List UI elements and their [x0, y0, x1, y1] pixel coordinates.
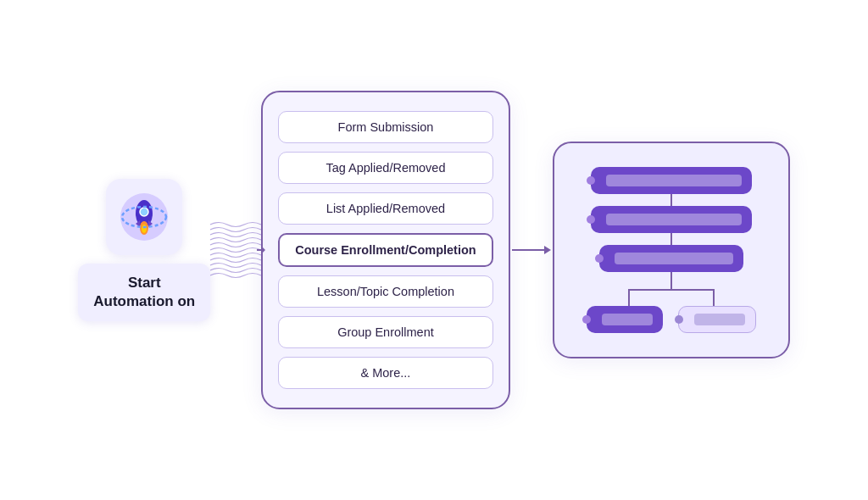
- flow-node-4-right-line: [694, 314, 744, 325]
- flow-node-2-line: [606, 214, 742, 225]
- menu-item-group-enrollment[interactable]: Group Enrollment: [278, 316, 493, 348]
- flow-diagram: [578, 167, 765, 333]
- menu-item-form-submission[interactable]: Form Submission: [278, 111, 493, 143]
- menu-item-lesson-topic-completion[interactable]: Lesson/Topic Completion: [278, 275, 493, 308]
- svg-marker-9: [262, 247, 265, 253]
- svg-point-4: [142, 225, 147, 233]
- start-automation-block: Start Automation on: [78, 179, 210, 321]
- rocket-icon-box: [106, 179, 182, 255]
- rocket-icon: [119, 192, 170, 242]
- split-left-v-line: [628, 289, 630, 306]
- flow-node-4-left-dot: [582, 315, 591, 324]
- svg-point-2: [140, 208, 148, 216]
- flow-node-4-right-dot: [675, 315, 683, 324]
- start-label-line2: Automation on: [93, 293, 195, 309]
- wavy-lines-svg: [206, 216, 265, 284]
- menu-item-and-more[interactable]: & More...: [278, 357, 493, 389]
- flow-node-1-dot: [587, 176, 595, 185]
- flow-bottom-nodes: [587, 306, 756, 333]
- flow-node-1-line: [606, 175, 742, 186]
- wavy-connector: [206, 216, 265, 284]
- flow-node-4-left: [587, 306, 664, 333]
- menu-panel: Form Submission Tag Applied/Removed List…: [261, 91, 510, 409]
- flow-node-1: [591, 167, 752, 194]
- start-label-box: Start Automation on: [78, 264, 210, 321]
- split-v-line: [670, 272, 672, 289]
- flow-node-3: [599, 245, 743, 272]
- flow-node-2-dot: [587, 215, 595, 224]
- flow-node-4-right: [678, 306, 755, 333]
- main-container: Start Automation on: [19, 13, 849, 487]
- menu-item-tag-applied-removed[interactable]: Tag Applied/Removed: [278, 152, 493, 184]
- start-label-line1: Start: [128, 275, 161, 291]
- split-right-v-line: [713, 289, 715, 306]
- split-connector-area: [587, 272, 756, 306]
- split-h-line: [629, 289, 714, 291]
- arrow-connector: [510, 246, 553, 254]
- menu-item-course-enrollment-completion[interactable]: Course Enrollment/Completion: [278, 233, 493, 267]
- menu-item-list-applied-removed[interactable]: List Applied/Removed: [278, 192, 493, 225]
- flow-connector-v-1: [670, 194, 672, 206]
- flow-connector-v-2: [670, 233, 672, 245]
- flow-node-3-dot: [595, 254, 604, 263]
- start-label: Start Automation on: [93, 274, 195, 311]
- flow-node-2: [591, 206, 752, 233]
- flow-node-4-left-line: [602, 314, 654, 325]
- flow-panel: [553, 142, 790, 358]
- flow-node-3-line: [615, 253, 733, 264]
